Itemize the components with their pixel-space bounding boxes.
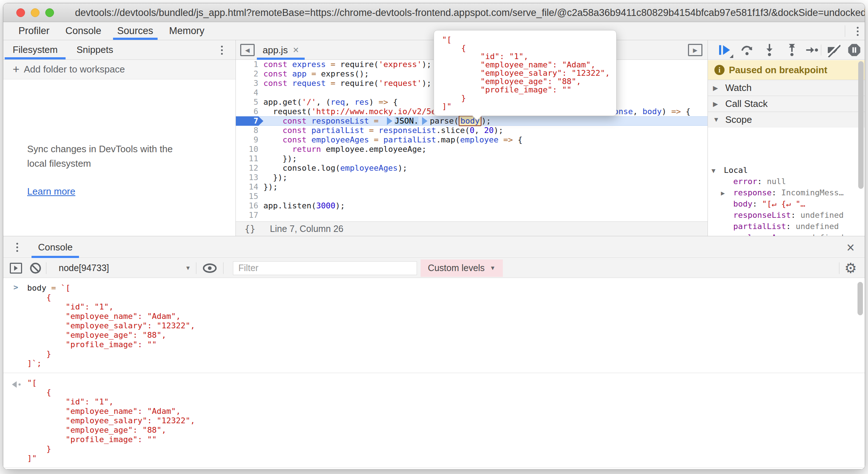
line-number[interactable]: 9 bbox=[236, 135, 263, 145]
code-line[interactable]: const employeeAges = partialList.map(emp… bbox=[236, 135, 708, 145]
minimize-window-button[interactable] bbox=[31, 8, 39, 17]
zoom-window-button[interactable] bbox=[45, 8, 54, 17]
code-line[interactable] bbox=[236, 192, 708, 201]
console-settings-gear-icon[interactable]: ⚙ bbox=[844, 260, 857, 276]
console-result-chevron-icon bbox=[12, 381, 17, 388]
add-folder-button[interactable]: + Add folder to workspace bbox=[3, 60, 235, 79]
resume-script-icon[interactable] bbox=[717, 43, 732, 57]
breakpoint-line-number[interactable]: 7 bbox=[236, 116, 263, 126]
live-expression-eye-icon[interactable] bbox=[203, 263, 217, 273]
code-line[interactable] bbox=[236, 211, 708, 220]
main-menu-kebab-icon[interactable] bbox=[850, 24, 865, 38]
line-number[interactable]: 4 bbox=[236, 88, 263, 97]
code-line[interactable]: return employee.employeeAge; bbox=[236, 145, 708, 154]
custom-levels-dropdown[interactable]: Custom levels ▼ bbox=[421, 259, 503, 277]
scope-variable-row[interactable]: body: "[↵ {↵ "… bbox=[708, 198, 865, 209]
execution-marker-icon[interactable] bbox=[422, 117, 427, 125]
scope-variable-row[interactable]: error: null bbox=[708, 176, 865, 187]
drawer-kebab-icon[interactable] bbox=[10, 240, 24, 254]
step-over-icon[interactable] bbox=[740, 43, 754, 57]
line-number[interactable]: 3 bbox=[236, 79, 263, 88]
line-number[interactable]: 5 bbox=[236, 97, 263, 107]
line-number[interactable]: 10 bbox=[236, 145, 263, 154]
code-line[interactable]: console.log(employeeAges); bbox=[236, 163, 708, 173]
debugger-scrollbar[interactable] bbox=[858, 61, 864, 189]
step-icon[interactable] bbox=[805, 43, 819, 57]
watch-label: Watch bbox=[725, 82, 752, 93]
debugger-pane: i Paused on breakpoint ▶ Watch ▶ Call St… bbox=[708, 40, 865, 236]
tab-memory[interactable]: Memory bbox=[161, 22, 213, 40]
navigator-tab-filesystem[interactable]: Filesystem bbox=[3, 40, 67, 59]
context-dropdown-caret-icon[interactable]: ▼ bbox=[185, 265, 191, 271]
scope-tree: ▼Localerror: null▶response: IncomingMess… bbox=[708, 165, 865, 236]
scope-variable-row[interactable]: employeeAges: undefined bbox=[708, 232, 865, 236]
line-number[interactable]: 1 bbox=[236, 60, 263, 69]
clear-console-icon[interactable] bbox=[30, 263, 41, 274]
scope-variable-row[interactable]: ▶response: IncomingMess… bbox=[708, 187, 865, 198]
execution-marker-icon[interactable] bbox=[387, 117, 392, 125]
close-tab-icon[interactable]: × bbox=[293, 45, 299, 55]
scope-local-section[interactable]: ▼Local bbox=[708, 165, 865, 176]
tab-profiler[interactable]: Profiler bbox=[11, 22, 58, 40]
close-window-button[interactable] bbox=[16, 8, 25, 17]
scope-label: Scope bbox=[725, 114, 752, 125]
tab-console[interactable]: Console bbox=[58, 22, 109, 40]
learn-more-link[interactable]: Learn more bbox=[27, 186, 75, 197]
console-sidebar-toggle-icon[interactable] bbox=[10, 263, 22, 274]
close-drawer-icon[interactable]: × bbox=[847, 240, 855, 255]
scope-variable-row[interactable]: responseList: undefined bbox=[708, 209, 865, 221]
line-number[interactable]: 14 bbox=[236, 182, 263, 192]
execution-context-selector[interactable]: node[94733] bbox=[59, 263, 109, 273]
line-number[interactable]: 12 bbox=[236, 163, 263, 173]
info-icon: i bbox=[714, 65, 725, 75]
line-number[interactable]: 17 bbox=[236, 211, 263, 220]
divider bbox=[845, 25, 845, 37]
console-filter-input[interactable] bbox=[233, 261, 417, 275]
console-input-echo: > body = `[ { "id": "1", "employee_name"… bbox=[3, 278, 865, 373]
line-number[interactable]: 11 bbox=[236, 154, 263, 163]
line-number[interactable]: 6 bbox=[236, 107, 263, 116]
editor-statusbar: {} Line 7, Column 26 bbox=[236, 221, 708, 236]
scope-variable-row[interactable]: partialList: undefined bbox=[708, 221, 865, 232]
code-line[interactable]: const partialList = responseList.slice(0… bbox=[236, 126, 708, 135]
pretty-print-icon[interactable]: {} bbox=[245, 224, 255, 234]
console-drawer: Console × node[94733] ▼ Custom levels ▼ … bbox=[3, 236, 865, 469]
file-tab-label: app.js bbox=[263, 45, 288, 56]
code-line[interactable]: }); bbox=[236, 154, 708, 163]
add-folder-label: Add folder to workspace bbox=[24, 64, 125, 75]
scope-section-header[interactable]: ▼ Scope bbox=[708, 112, 865, 128]
code-line[interactable]: }); bbox=[236, 182, 708, 192]
navigator-tab-strip: FilesystemSnippets bbox=[3, 40, 235, 60]
console-prompt[interactable]: > bbox=[3, 468, 865, 469]
watch-section-header[interactable]: ▶ Watch bbox=[708, 80, 865, 96]
navigator-kebab-icon[interactable] bbox=[214, 43, 229, 57]
line-number[interactable]: 16 bbox=[236, 201, 263, 211]
pause-on-exceptions-icon[interactable] bbox=[847, 43, 861, 57]
paused-code-line[interactable]: const responseList = JSON.parse(body); bbox=[236, 116, 708, 126]
deactivate-breakpoints-icon[interactable] bbox=[826, 43, 840, 57]
hide-navigator-icon[interactable]: ◀ bbox=[240, 44, 255, 56]
chevron-down-icon[interactable]: ▼ bbox=[711, 165, 719, 176]
line-number[interactable]: 13 bbox=[236, 173, 263, 182]
navigator-tab-snippets[interactable]: Snippets bbox=[67, 40, 122, 59]
line-number[interactable]: 2 bbox=[236, 69, 263, 79]
line-number[interactable]: 8 bbox=[236, 126, 263, 135]
file-tab-appjs[interactable]: app.js × bbox=[257, 40, 305, 60]
call-stack-section-header[interactable]: ▶ Call Stack bbox=[708, 96, 865, 112]
code-line[interactable]: }); bbox=[236, 173, 708, 182]
console-tab[interactable]: Console bbox=[32, 236, 79, 258]
console-tab-label: Console bbox=[38, 242, 72, 253]
devtools-window: devtools://devtools/bundled/js_app.html?… bbox=[3, 3, 865, 470]
code-line[interactable]: app.listen(3000); bbox=[236, 201, 708, 211]
line-number[interactable]: 15 bbox=[236, 192, 263, 201]
chevron-down-icon: ▼ bbox=[713, 116, 720, 124]
console-log[interactable]: > body = `[ { "id": "1", "employee_name"… bbox=[3, 278, 865, 469]
tab-sources[interactable]: Sources bbox=[109, 22, 161, 40]
step-out-icon[interactable] bbox=[785, 43, 799, 57]
titlebar: devtools://devtools/bundled/js_app.html?… bbox=[3, 3, 865, 22]
chevron-right-icon[interactable]: ▶ bbox=[721, 187, 728, 199]
cursor-position: Line 7, Column 26 bbox=[270, 224, 343, 234]
show-panel-icon[interactable]: ▶ bbox=[688, 44, 702, 56]
console-scrollbar[interactable] bbox=[857, 282, 863, 315]
step-into-icon[interactable] bbox=[762, 43, 777, 57]
